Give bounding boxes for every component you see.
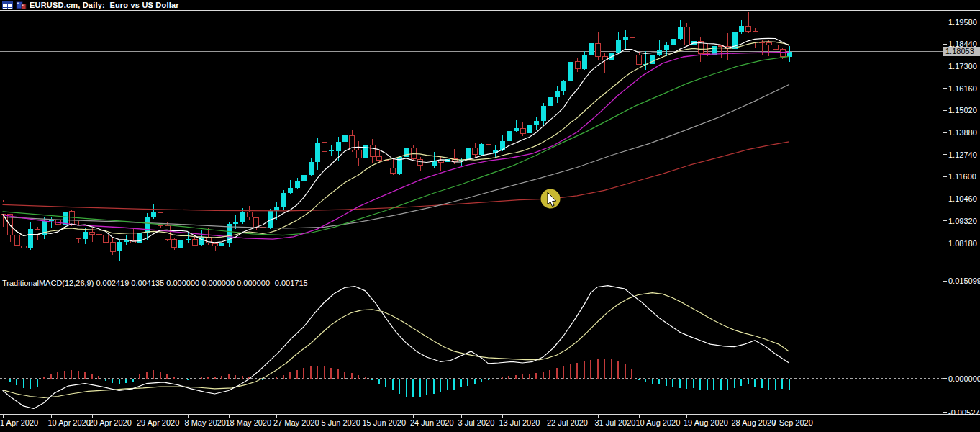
candle-body [520,128,525,133]
candle-body [384,161,389,168]
candle-body [391,168,396,174]
candle-body [295,181,300,188]
candle-body [637,55,642,65]
candle-body [404,148,409,158]
candle-body [630,37,635,55]
candle-body [425,166,430,166]
candle-body [356,150,361,158]
candle-body [117,242,122,251]
candle-body [671,39,676,45]
candle-body [678,27,683,39]
candle-body [479,144,484,155]
candle-body [548,97,553,106]
macd-indicator-label: TraditionalMACD(12,26,9) 0.002419 0.0041… [2,279,308,287]
cursor-layer [541,189,561,209]
candle-body [124,240,129,242]
candle-body [22,246,27,248]
candle-body [342,135,348,142]
candle-body [377,156,382,160]
window-grid-icon[interactable] [2,1,13,9]
candle-body [254,217,259,227]
candle-body [466,148,471,160]
candle-body [329,150,334,151]
candle-body [281,193,286,207]
candle-body [315,143,320,163]
candle-body [336,142,341,151]
candle-body [582,55,587,69]
chart-canvas[interactable]: 1.195801.184401.173001.161601.150201.138… [0,0,980,432]
candle-body [301,175,307,182]
window-chart-icon[interactable] [16,1,27,9]
candle-body [90,233,95,234]
ma-line-red [3,142,789,211]
candle-body [486,144,491,153]
price-axis-drag-area[interactable] [943,11,980,414]
main-chart-pane [1,2,793,261]
candle-body [247,212,252,217]
candle-body [514,128,519,131]
candle-body [438,161,443,162]
candle-body [589,43,594,54]
candle-body [616,40,621,52]
candle-body [110,243,115,251]
candle-body [240,212,245,222]
candle-body [753,31,758,42]
candle-body [473,148,478,155]
candle-body [561,81,566,92]
candle-body [568,62,573,81]
candle-body [534,121,539,125]
candle-body [596,43,601,57]
candle-body [746,26,751,31]
chart-titlebar[interactable]: EURUSD.cm, Daily: Euro vs US Dollar [0,0,980,10]
candle-body [575,62,580,69]
candle-body [145,217,150,233]
candle-body [69,212,74,225]
candle-body [83,232,88,239]
candle-body [137,233,142,243]
candle-body [233,222,238,224]
candle-body [322,143,327,152]
ma-line-white [3,38,789,242]
candle-body [623,37,628,40]
mt4-chart-window: EURUSD.cm, Daily: Euro vs US Dollar 1.19… [0,0,980,432]
candle-body [49,220,54,221]
current-price-badge: 1.18053 [943,47,980,56]
candle-body [650,55,655,64]
candle-body [370,145,375,156]
candle-body [28,229,33,248]
candle-body [288,188,293,193]
candle-body [507,131,512,141]
candle-body [664,45,669,50]
candle-body [14,235,19,245]
candle-body [186,239,191,240]
date-axis-drag-area[interactable] [0,415,943,429]
candle-body [555,91,560,97]
candle-body [192,239,197,245]
candle-body [684,27,689,45]
candle-body [219,243,224,246]
chart-title: EURUSD.cm, Daily: Euro vs US Dollar [30,1,179,9]
candle-body [527,125,532,133]
candle-body [309,162,314,174]
candle-body [780,50,785,57]
candle-body [151,212,156,217]
candle-body [76,225,81,239]
candle-body [213,243,218,246]
ma-line-magenta [3,53,789,240]
candle-body [104,235,109,243]
candle-body [363,145,368,158]
candle-body [541,106,546,122]
candle-body [96,235,101,235]
candle-body [178,240,183,248]
candle-body [773,45,779,50]
candle-body [172,239,177,247]
macd-pane [0,286,943,409]
candle-body [1,202,6,215]
macd-signal-line [3,293,789,398]
candle-body [63,212,68,225]
macd-main-line [3,286,789,409]
candle-body [418,159,423,166]
candle-body [766,43,771,45]
candle-body [739,26,744,32]
